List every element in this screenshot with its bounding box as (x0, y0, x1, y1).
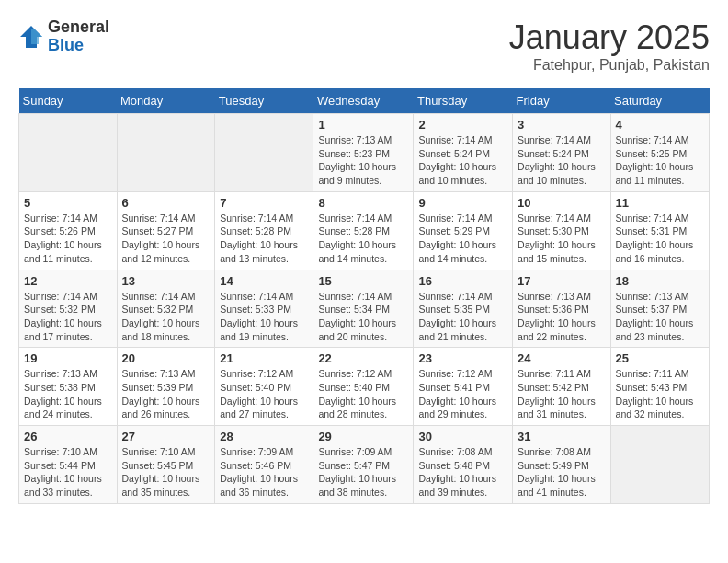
day-info: Sunrise: 7:09 AMSunset: 5:46 PMDaylight:… (220, 445, 308, 500)
calendar-cell: 12Sunrise: 7:14 AMSunset: 5:32 PMDayligh… (19, 270, 118, 348)
calendar-cell: 28Sunrise: 7:09 AMSunset: 5:46 PMDayligh… (215, 426, 313, 504)
day-number: 23 (418, 351, 507, 365)
calendar-cell: 23Sunrise: 7:12 AMSunset: 5:41 PMDayligh… (414, 348, 513, 426)
day-number: 21 (220, 351, 308, 365)
calendar-cell (19, 114, 118, 192)
weekday-header: Thursday (414, 88, 513, 114)
day-info: Sunrise: 7:13 AMSunset: 5:23 PMDaylight:… (318, 133, 408, 188)
calendar-cell: 1Sunrise: 7:13 AMSunset: 5:23 PMDaylight… (313, 114, 414, 192)
day-number: 16 (418, 274, 507, 288)
day-number: 24 (518, 351, 606, 365)
weekday-header: Monday (117, 88, 215, 114)
day-number: 25 (616, 351, 704, 365)
day-info: Sunrise: 7:12 AMSunset: 5:40 PMDaylight:… (318, 367, 408, 421)
day-number: 3 (518, 118, 606, 132)
calendar-cell: 9Sunrise: 7:14 AMSunset: 5:29 PMDaylight… (414, 191, 513, 270)
title-block: January 2025 Fatehpur, Punjab, Pakistan (509, 18, 710, 74)
day-number: 18 (616, 274, 704, 288)
day-number: 6 (122, 196, 210, 210)
day-info: Sunrise: 7:13 AMSunset: 5:36 PMDaylight:… (518, 290, 606, 344)
day-info: Sunrise: 7:14 AMSunset: 5:29 PMDaylight:… (418, 212, 507, 266)
calendar-cell: 14Sunrise: 7:14 AMSunset: 5:33 PMDayligh… (215, 270, 313, 348)
calendar-cell (117, 114, 215, 192)
weekday-header-row: SundayMondayTuesdayWednesdayThursdayFrid… (19, 88, 710, 114)
calendar-cell (215, 114, 313, 192)
calendar-cell: 22Sunrise: 7:12 AMSunset: 5:40 PMDayligh… (313, 348, 414, 426)
logo: General Blue (18, 18, 109, 55)
svg-marker-1 (31, 29, 42, 44)
calendar-cell: 26Sunrise: 7:10 AMSunset: 5:44 PMDayligh… (19, 426, 118, 504)
logo-general: General (48, 18, 109, 37)
day-number: 2 (418, 118, 507, 132)
weekday-header: Tuesday (215, 88, 313, 114)
logo-blue: Blue (48, 37, 109, 55)
day-info: Sunrise: 7:14 AMSunset: 5:28 PMDaylight:… (318, 212, 408, 266)
day-info: Sunrise: 7:11 AMSunset: 5:43 PMDaylight:… (616, 367, 704, 421)
page-header: General Blue January 2025 Fatehpur, Punj… (18, 18, 710, 74)
calendar-cell: 16Sunrise: 7:14 AMSunset: 5:35 PMDayligh… (414, 270, 513, 348)
day-number: 1 (318, 118, 408, 132)
day-info: Sunrise: 7:13 AMSunset: 5:38 PMDaylight:… (24, 367, 112, 421)
calendar-week-row: 12Sunrise: 7:14 AMSunset: 5:32 PMDayligh… (19, 270, 710, 348)
day-number: 29 (318, 430, 408, 443)
day-number: 7 (220, 196, 308, 210)
day-info: Sunrise: 7:08 AMSunset: 5:48 PMDaylight:… (418, 445, 507, 500)
logo-text: General Blue (48, 18, 109, 55)
calendar-cell: 10Sunrise: 7:14 AMSunset: 5:30 PMDayligh… (513, 191, 611, 270)
calendar-cell: 5Sunrise: 7:14 AMSunset: 5:26 PMDaylight… (19, 191, 118, 270)
day-number: 26 (24, 430, 112, 443)
day-info: Sunrise: 7:13 AMSunset: 5:39 PMDaylight:… (122, 367, 210, 421)
calendar-cell: 24Sunrise: 7:11 AMSunset: 5:42 PMDayligh… (513, 348, 611, 426)
calendar-cell: 3Sunrise: 7:14 AMSunset: 5:24 PMDaylight… (513, 114, 611, 192)
day-info: Sunrise: 7:14 AMSunset: 5:32 PMDaylight:… (24, 290, 112, 344)
calendar-cell: 7Sunrise: 7:14 AMSunset: 5:28 PMDaylight… (215, 191, 313, 270)
calendar-cell: 20Sunrise: 7:13 AMSunset: 5:39 PMDayligh… (117, 348, 215, 426)
calendar-week-row: 1Sunrise: 7:13 AMSunset: 5:23 PMDaylight… (19, 114, 710, 192)
day-info: Sunrise: 7:14 AMSunset: 5:28 PMDaylight:… (220, 212, 308, 266)
day-number: 8 (318, 196, 408, 210)
calendar-week-row: 26Sunrise: 7:10 AMSunset: 5:44 PMDayligh… (19, 426, 710, 504)
day-number: 20 (122, 351, 210, 365)
day-info: Sunrise: 7:12 AMSunset: 5:41 PMDaylight:… (418, 367, 507, 421)
day-number: 22 (318, 351, 408, 365)
weekday-header: Sunday (19, 88, 118, 114)
calendar-cell: 19Sunrise: 7:13 AMSunset: 5:38 PMDayligh… (19, 348, 118, 426)
day-info: Sunrise: 7:10 AMSunset: 5:44 PMDaylight:… (24, 445, 112, 500)
calendar-table: SundayMondayTuesdayWednesdayThursdayFrid… (18, 88, 710, 504)
day-info: Sunrise: 7:09 AMSunset: 5:47 PMDaylight:… (318, 445, 408, 500)
day-info: Sunrise: 7:14 AMSunset: 5:25 PMDaylight:… (616, 133, 704, 188)
day-number: 12 (24, 274, 112, 288)
day-info: Sunrise: 7:11 AMSunset: 5:42 PMDaylight:… (518, 367, 606, 421)
calendar-cell: 30Sunrise: 7:08 AMSunset: 5:48 PMDayligh… (414, 426, 513, 504)
day-info: Sunrise: 7:14 AMSunset: 5:34 PMDaylight:… (318, 290, 408, 344)
day-info: Sunrise: 7:13 AMSunset: 5:37 PMDaylight:… (616, 290, 704, 344)
calendar-cell: 31Sunrise: 7:08 AMSunset: 5:49 PMDayligh… (513, 426, 611, 504)
calendar-cell: 15Sunrise: 7:14 AMSunset: 5:34 PMDayligh… (313, 270, 414, 348)
calendar-week-row: 19Sunrise: 7:13 AMSunset: 5:38 PMDayligh… (19, 348, 710, 426)
day-number: 10 (518, 196, 606, 210)
day-info: Sunrise: 7:14 AMSunset: 5:27 PMDaylight:… (122, 212, 210, 266)
calendar-cell: 25Sunrise: 7:11 AMSunset: 5:43 PMDayligh… (610, 348, 709, 426)
day-info: Sunrise: 7:10 AMSunset: 5:45 PMDaylight:… (122, 445, 210, 500)
calendar-cell: 8Sunrise: 7:14 AMSunset: 5:28 PMDaylight… (313, 191, 414, 270)
weekday-header: Saturday (610, 88, 709, 114)
calendar-cell: 27Sunrise: 7:10 AMSunset: 5:45 PMDayligh… (117, 426, 215, 504)
calendar-cell: 6Sunrise: 7:14 AMSunset: 5:27 PMDaylight… (117, 191, 215, 270)
calendar-cell: 13Sunrise: 7:14 AMSunset: 5:32 PMDayligh… (117, 270, 215, 348)
calendar-title: January 2025 (509, 18, 710, 57)
day-number: 28 (220, 430, 308, 443)
day-number: 11 (616, 196, 704, 210)
day-info: Sunrise: 7:12 AMSunset: 5:40 PMDaylight:… (220, 367, 308, 421)
weekday-header: Friday (513, 88, 611, 114)
day-info: Sunrise: 7:14 AMSunset: 5:24 PMDaylight:… (518, 133, 606, 188)
calendar-cell: 29Sunrise: 7:09 AMSunset: 5:47 PMDayligh… (313, 426, 414, 504)
day-number: 27 (122, 430, 210, 443)
calendar-cell: 2Sunrise: 7:14 AMSunset: 5:24 PMDaylight… (414, 114, 513, 192)
day-info: Sunrise: 7:14 AMSunset: 5:26 PMDaylight:… (24, 212, 112, 266)
day-number: 4 (616, 118, 704, 132)
day-number: 19 (24, 351, 112, 365)
day-info: Sunrise: 7:08 AMSunset: 5:49 PMDaylight:… (518, 445, 606, 500)
calendar-cell (610, 426, 709, 504)
day-info: Sunrise: 7:14 AMSunset: 5:32 PMDaylight:… (122, 290, 210, 344)
day-info: Sunrise: 7:14 AMSunset: 5:24 PMDaylight:… (418, 133, 507, 188)
